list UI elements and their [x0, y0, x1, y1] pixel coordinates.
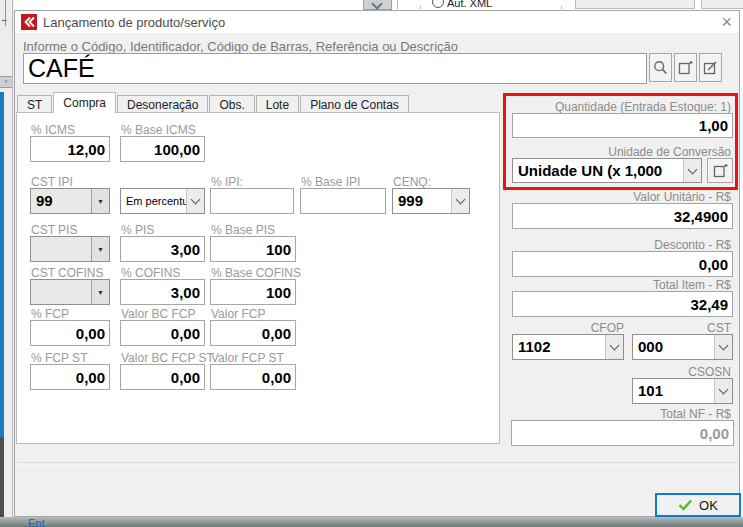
quantidade-label: Quantidade (Entrada Estoque: 1)	[511, 100, 731, 114]
background-splitter[interactable]: ‹	[0, 76, 12, 88]
total-nf-input	[511, 420, 734, 446]
valor-bc-fcp-st-input[interactable]	[120, 364, 205, 390]
background-scrollbar[interactable]	[0, 92, 4, 437]
check-icon	[678, 499, 693, 511]
cfop-label: CFOP	[512, 321, 624, 335]
cst-combo[interactable]: 000	[632, 334, 733, 360]
pis-input[interactable]	[120, 236, 205, 262]
chevron-down-icon	[610, 341, 620, 351]
edit-product-button[interactable]	[699, 53, 722, 82]
fcp-st-label: % FCP ST	[31, 351, 87, 365]
dropdown-arrow-icon[interactable]: ▼	[91, 280, 109, 304]
background-separator	[397, 0, 398, 9]
valor-bc-fcp-input[interactable]	[120, 320, 205, 346]
new-document-icon	[678, 60, 693, 75]
unidade-label: Unidade de Conversão	[511, 145, 731, 159]
ipi-mode-combo[interactable]: Em percentual	[120, 188, 205, 214]
icms-label: % ICMS	[31, 123, 75, 137]
cst-cofins-combo[interactable]: ▼	[30, 279, 110, 305]
product-entry-dialog: Lançamento de produto/serviço × Informe …	[14, 10, 740, 517]
cofins-input[interactable]	[120, 279, 205, 305]
desconto-label: Desconto - R$	[511, 238, 731, 252]
unidade-combo[interactable]: Unidade UN (x 1,000	[512, 158, 702, 183]
screen: ‹ ← Aut. XML Ent Lançamento de produto/s…	[0, 0, 743, 527]
dialog-title: Lançamento de produto/serviço	[43, 15, 225, 30]
base-ipi-label: % Base IPI	[301, 175, 360, 189]
cst-ipi-combo[interactable]: 99 ▼	[30, 188, 110, 214]
compra-tab-page: % ICMS % Base ICMS CST IPI 99 ▼ Em perce…	[16, 112, 500, 444]
app-logo-icon	[21, 14, 37, 30]
valor-bc-fcp-label: Valor BC FCP	[121, 307, 195, 321]
base-pis-input[interactable]	[210, 236, 296, 262]
valor-bc-fcp-st-label: Valor BC FCP ST	[121, 351, 214, 365]
base-ipi-input[interactable]	[300, 188, 386, 214]
valor-fcp-input[interactable]	[210, 320, 296, 346]
background-bottom-bar	[0, 517, 743, 527]
cenq-combo[interactable]: 999	[392, 188, 470, 214]
base-icms-label: % Base ICMS	[121, 123, 196, 137]
edit-icon	[703, 60, 718, 75]
valor-unitario-input[interactable]	[512, 203, 733, 229]
tab-lote[interactable]: Lote	[256, 95, 299, 113]
tab-desoneracao[interactable]: Desoneração	[117, 95, 208, 113]
cst-cofins-label: CST COFINS	[31, 266, 103, 280]
valor-fcp-st-input[interactable]	[210, 364, 296, 390]
background-left-dark-strip	[0, 437, 4, 517]
cst-pis-combo[interactable]: ▼	[30, 236, 110, 262]
total-item-label: Total Item - R$	[511, 278, 731, 292]
search-header-label: Informe o Código, Identificador, Código …	[23, 39, 458, 54]
cfop-combo[interactable]: 1102	[512, 334, 624, 360]
icms-input[interactable]	[30, 136, 110, 162]
cst-ipi-label: CST IPI	[31, 175, 73, 189]
new-document-icon	[713, 163, 728, 178]
total-item-input[interactable]	[512, 291, 733, 317]
aut-xml-label: Aut. XML	[447, 0, 492, 9]
cst-label: CST	[631, 321, 731, 335]
ok-button[interactable]: OK	[655, 493, 741, 517]
csosn-combo[interactable]: 101	[632, 378, 733, 404]
dropdown-arrow-icon[interactable]: ▼	[91, 189, 109, 213]
cofins-label: % COFINS	[121, 266, 180, 280]
valor-unitario-label: Valor Unitário - R$	[511, 190, 731, 204]
background-field-2	[701, 0, 743, 9]
tab-compra[interactable]: Compra	[53, 92, 116, 113]
ok-button-label: OK	[699, 498, 718, 513]
product-search-input[interactable]	[23, 53, 647, 84]
valor-fcp-st-label: Valor FCP ST	[211, 351, 284, 365]
desconto-input[interactable]	[512, 251, 733, 277]
total-nf-label: Total NF - R$	[511, 407, 731, 421]
csosn-label: CSOSN	[631, 365, 731, 379]
chevron-down-icon	[688, 164, 698, 174]
background-bottom-link: Ent	[28, 517, 45, 527]
ipi-input[interactable]	[210, 188, 294, 214]
chevron-down-icon	[456, 195, 466, 205]
dropdown-arrow-icon[interactable]: ▼	[91, 237, 109, 261]
tab-obs[interactable]: Obs.	[209, 95, 254, 113]
search-button[interactable]	[649, 53, 672, 82]
cenq-label: CENQ:	[393, 175, 431, 189]
background-field-1	[575, 0, 695, 9]
base-icms-input[interactable]	[120, 136, 205, 162]
chevron-down-icon	[719, 341, 729, 351]
tab-st[interactable]: ST	[17, 95, 52, 113]
pis-label: % PIS	[121, 223, 154, 237]
ipi-label: % IPI:	[211, 175, 243, 189]
footer-separator	[17, 462, 738, 466]
fcp-input[interactable]	[30, 320, 110, 346]
background-arrow-icon: ←	[0, 14, 9, 24]
chevron-down-icon	[719, 385, 729, 395]
cst-pis-label: CST PIS	[31, 223, 77, 237]
background-dropdown-button[interactable]	[363, 0, 392, 10]
fcp-st-input[interactable]	[30, 364, 110, 390]
valor-fcp-label: Valor FCP	[211, 307, 265, 321]
base-cofins-input[interactable]	[210, 279, 296, 305]
new-unit-button[interactable]	[707, 158, 733, 183]
tab-bar: ST Compra Desoneração Obs. Lote Plano de…	[17, 92, 410, 113]
tab-plano-de-contas[interactable]: Plano de Contas	[300, 95, 409, 113]
close-icon[interactable]: ×	[721, 12, 732, 32]
base-cofins-label: % Base COFINS	[211, 266, 301, 280]
quantidade-input[interactable]	[512, 113, 733, 138]
chevron-down-icon	[191, 195, 201, 205]
new-product-button[interactable]	[674, 53, 697, 82]
search-icon	[653, 60, 668, 75]
